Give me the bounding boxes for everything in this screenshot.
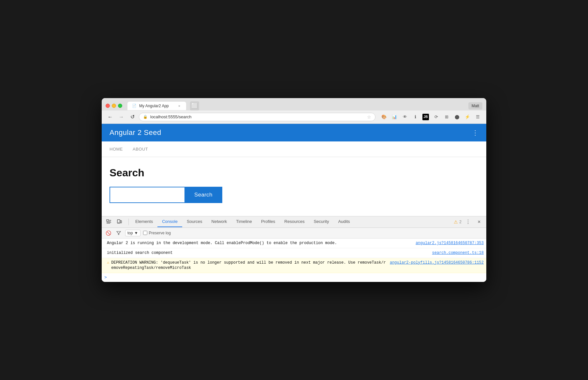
console-context-selector[interactable]: top ▼ [125,230,140,236]
forward-button[interactable]: → [117,112,126,122]
grid-icon[interactable]: ⊞ [442,112,451,122]
tab-page-icon: 📄 [132,104,137,108]
maximize-button[interactable] [118,104,122,108]
refresh-icon[interactable]: ⟳ [432,112,441,122]
devtools-actions: ⚠ 2 ⋮ × [454,217,484,227]
app-nav: HOME ABOUT [102,141,486,157]
chevron-down-icon: ▼ [134,231,138,235]
devtools-divider [128,219,129,225]
devtools-panel: Elements Console Sources Network Timelin… [102,216,486,282]
search-input[interactable] [110,187,184,203]
browser-window: 📄 My Angular2 App × ⬜ Matt ← → ↺ 🔒 local… [102,98,486,282]
tab-timeline[interactable]: Timeline [231,216,257,227]
tab-network[interactable]: Network [207,216,232,227]
console-msg-text-2: initialized search component [107,250,429,256]
console-message-1: Angular 2 is running in the development … [102,239,486,248]
address-bar[interactable]: 🔒 localhost:5555/search ☆ [139,113,375,121]
extensions-icon-4[interactable]: ℹ [411,112,420,122]
reload-icon: ↺ [130,114,135,120]
tab-resources[interactable]: Resources [280,216,309,227]
bookmark-icon[interactable]: ☆ [367,114,371,120]
search-section: Search Search [102,157,486,216]
warning-badge[interactable]: ⚠ 2 [454,219,462,225]
extensions-icon-1[interactable]: 🎨 [379,112,389,122]
devtools-close-button[interactable]: × [475,217,484,227]
console-msg-text-1: Angular 2 is running in the development … [107,241,412,246]
inspect-element-icon[interactable] [104,216,113,227]
tab-audits[interactable]: Audits [333,216,354,227]
back-button[interactable]: ← [106,112,115,122]
console-msg-text-3: DEPRECATION WARNING: 'dequeueTask' is no… [111,260,387,271]
preserve-log-checkbox[interactable] [143,231,147,235]
console-messages: Angular 2 is running in the development … [102,239,486,282]
app-content: Angular 2 Seed ⋮ HOME ABOUT Search Searc… [102,124,486,216]
forward-icon: → [119,114,124,120]
header-menu-icon[interactable]: ⋮ [472,129,478,137]
new-tab-icon: ⬜ [191,103,198,109]
search-button[interactable]: Search [184,187,222,203]
menu-icon[interactable]: ☰ [473,112,482,122]
console-prompt[interactable]: > [102,273,486,282]
jetbrains-icon[interactable]: JB [421,112,430,122]
flash-icon[interactable]: ⚡ [463,112,472,122]
console-msg-link-3[interactable]: angular2-polyfills.js?1458164650786:1152 [390,260,484,266]
devtools-tabs-bar: Elements Console Sources Network Timelin… [102,216,486,228]
devtools-panel-icons [104,216,124,227]
warning-triangle-icon: ⚠ [454,219,458,225]
console-message-3: ⚠ DEPRECATION WARNING: 'dequeueTask' is … [102,258,486,273]
new-tab-button[interactable]: ⬜ [190,101,199,110]
tab-profiles[interactable]: Profiles [257,216,280,227]
extensions-icon-3[interactable]: 👁 [400,112,409,122]
circle-icon[interactable]: ⬤ [452,112,462,122]
console-filter-icon[interactable] [115,229,123,237]
address-text: localhost:5555/search [150,114,364,119]
tab-elements[interactable]: Elements [131,216,157,227]
tab-console[interactable]: Console [157,216,182,227]
page-icon: 🔒 [143,115,148,119]
svg-rect-0 [107,220,109,221]
console-msg-link-2[interactable]: search.component.ts:18 [432,250,484,256]
device-mode-icon[interactable] [115,216,124,227]
console-caret-icon: > [104,275,107,280]
close-button[interactable] [106,104,110,108]
warning-count: 2 [459,220,462,224]
preserve-log-text: Preserve log [149,231,171,235]
tab-sources[interactable]: Sources [182,216,207,227]
nav-item-home[interactable]: HOME [110,145,123,153]
console-toolbar: 🚫 top ▼ Preserve log [102,228,486,239]
tab-security[interactable]: Security [309,216,333,227]
console-clear-button[interactable]: 🚫 [104,229,112,237]
profile-button[interactable]: Matt [468,102,482,110]
svg-rect-6 [120,221,122,223]
svg-marker-8 [117,231,121,235]
extensions-icon-2[interactable]: 📊 [390,112,399,122]
search-heading: Search [110,167,478,179]
minimize-button[interactable] [112,104,116,108]
reload-button[interactable]: ↺ [128,112,137,122]
nav-bar: ← → ↺ 🔒 localhost:5555/search ☆ 🎨 📊 👁 ℹ … [102,110,486,124]
back-icon: ← [108,114,113,120]
browser-tab[interactable]: 📄 My Angular2 App × [127,102,186,110]
warning-indicator-icon: ⚠ [107,260,109,266]
traffic-lights [106,104,122,108]
preserve-log-label[interactable]: Preserve log [143,231,171,235]
tab-title: My Angular2 App [139,104,169,108]
search-form: Search [110,187,478,203]
tab-close-button[interactable]: × [177,104,182,108]
console-context-value: top [127,231,133,235]
console-msg-link-1[interactable]: angular2.js?1458164650787:353 [416,241,484,246]
console-message-2: initialized search component search.comp… [102,248,486,258]
angular-header: Angular 2 Seed ⋮ [102,124,486,141]
app-title: Angular 2 Seed [110,128,161,137]
title-bar: 📄 My Angular2 App × ⬜ Matt [102,98,486,110]
jb-logo: JB [422,114,429,120]
devtools-more-button[interactable]: ⋮ [463,217,473,227]
nav-item-about[interactable]: ABOUT [133,145,148,153]
toolbar-icons: 🎨 📊 👁 ℹ JB ⟳ ⊞ ⬤ ⚡ ☰ [379,112,482,122]
